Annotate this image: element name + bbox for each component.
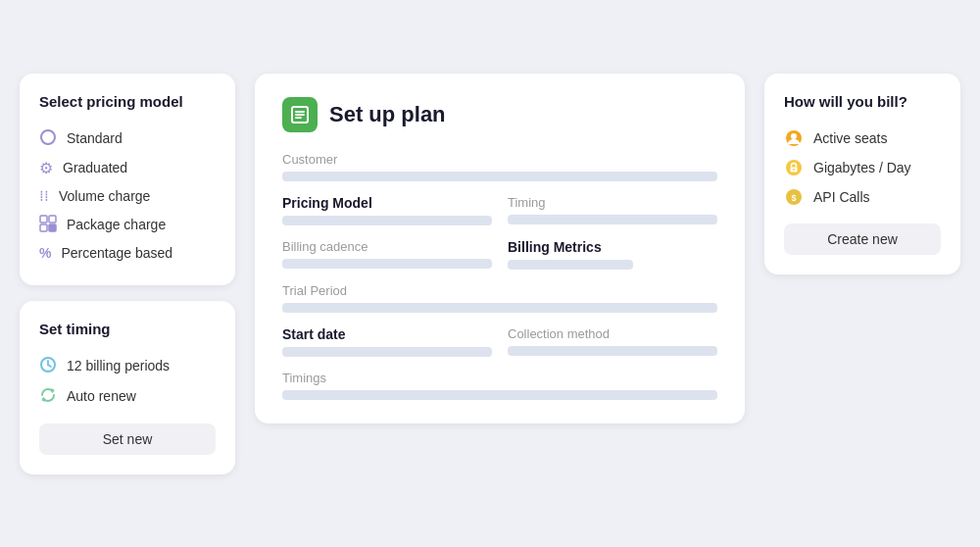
billing-item-api-calls[interactable]: $ API Calls	[784, 182, 941, 212]
table-icon	[39, 215, 57, 235]
field-timing: Timing	[508, 195, 717, 225]
field-label-collection-method: Collection method	[508, 326, 717, 341]
field-customer: Customer	[282, 152, 717, 181]
percent-icon: %	[39, 245, 51, 261]
field-label-timing: Timing	[508, 195, 717, 210]
pricing-item-volume[interactable]: ⁞⁞ Volume charge	[39, 182, 216, 210]
billing-item-label: Gigabytes / Day	[813, 160, 911, 175]
pricing-item-label: Package charge	[67, 217, 166, 232]
svg-line-7	[48, 365, 51, 367]
billing-card: How will you bill? Active seats	[764, 74, 960, 274]
field-bar-billing-cadence	[282, 259, 492, 269]
set-timing-card: Set timing 12 billing periods	[20, 301, 235, 474]
billing-item-gigabytes[interactable]: Gigabytes / Day	[784, 153, 941, 182]
field-collection-method: Collection method	[508, 326, 717, 357]
svg-text:$: $	[791, 193, 796, 203]
field-trial-period: Trial Period	[282, 283, 717, 313]
field-bar-billing-metrics	[508, 260, 633, 270]
main-title: Set up plan	[329, 102, 446, 127]
timing-item-auto-renew[interactable]: Auto renew	[39, 381, 216, 412]
field-timings: Timings	[282, 371, 717, 400]
field-bar-timing	[508, 215, 717, 224]
field-bar-trial	[282, 303, 717, 313]
set-new-button[interactable]: Set new	[39, 423, 216, 455]
pricing-model-title: Select pricing model	[39, 93, 216, 110]
field-bar-customer	[282, 172, 717, 181]
field-pricing-model: Pricing Model	[282, 195, 492, 225]
svg-rect-3	[40, 224, 47, 231]
svg-rect-4	[49, 224, 56, 231]
left-column: Select pricing model Standard ⚙ Graduate…	[20, 74, 235, 474]
billing-item-active-seats[interactable]: Active seats	[784, 124, 941, 153]
field-start-date: Start date	[282, 326, 492, 357]
svg-rect-2	[49, 216, 56, 223]
field-label-billing-cadence: Billing cadence	[282, 239, 492, 254]
plan-icon	[282, 97, 318, 132]
field-bar-pricing	[282, 216, 492, 225]
pricing-item-percentage[interactable]: % Percentage based	[39, 240, 216, 266]
svg-rect-1	[40, 216, 47, 223]
svg-point-0	[41, 130, 55, 144]
create-new-button[interactable]: Create new	[784, 224, 941, 255]
api-icon: $	[784, 187, 804, 207]
field-bar-collection	[508, 346, 717, 356]
form-row-billing: Billing cadence Billing Metrics	[282, 239, 717, 270]
field-bar-timings	[282, 390, 717, 400]
pricing-item-package[interactable]: Package charge	[39, 210, 216, 240]
field-billing-metrics: Billing Metrics	[508, 239, 717, 270]
billing-card-title: How will you bill?	[784, 93, 941, 110]
form-row-start-collection: Start date Collection method	[282, 326, 717, 357]
clock-icon	[39, 356, 57, 376]
field-label-timings: Timings	[282, 371, 717, 385]
field-label-start-date: Start date	[282, 326, 492, 342]
pricing-item-label: Percentage based	[61, 245, 172, 261]
dots-icon: ⁞⁞	[39, 187, 49, 205]
svg-point-16	[793, 169, 795, 171]
pricing-item-label: Standard	[67, 130, 122, 146]
pricing-item-graduated[interactable]: ⚙ Graduated	[39, 154, 216, 182]
field-label-pricing-model: Pricing Model	[282, 195, 492, 211]
field-bar-start	[282, 347, 492, 357]
lock-icon	[784, 158, 804, 177]
pricing-item-standard[interactable]: Standard	[39, 124, 216, 154]
billing-item-label: Active seats	[813, 130, 887, 146]
gear-icon: ⚙	[39, 159, 53, 177]
circle-icon	[39, 128, 57, 149]
field-label-trial-period: Trial Period	[282, 283, 717, 298]
field-label-customer: Customer	[282, 152, 717, 167]
form-section: Customer Pricing Model Timing Billing ca…	[282, 152, 717, 400]
main-card-header: Set up plan	[282, 97, 717, 132]
billing-item-label: API Calls	[813, 189, 870, 205]
pricing-model-card: Select pricing model Standard ⚙ Graduate…	[20, 74, 235, 285]
pricing-item-label: Graduated	[63, 160, 127, 175]
pricing-item-label: Volume charge	[59, 188, 150, 204]
svg-point-13	[791, 133, 797, 139]
set-timing-title: Set timing	[39, 321, 216, 337]
renew-icon	[39, 386, 57, 407]
timing-item-billing-periods[interactable]: 12 billing periods	[39, 351, 216, 381]
form-row-pricing-timing: Pricing Model Timing	[282, 195, 717, 225]
field-label-billing-metrics: Billing Metrics	[508, 239, 717, 255]
person-icon	[784, 128, 804, 148]
setup-plan-card: Set up plan Customer Pricing Model Timin…	[255, 74, 745, 423]
field-billing-cadence: Billing cadence	[282, 239, 492, 270]
timing-item-label: Auto renew	[67, 388, 136, 404]
timing-item-label: 12 billing periods	[67, 358, 170, 373]
